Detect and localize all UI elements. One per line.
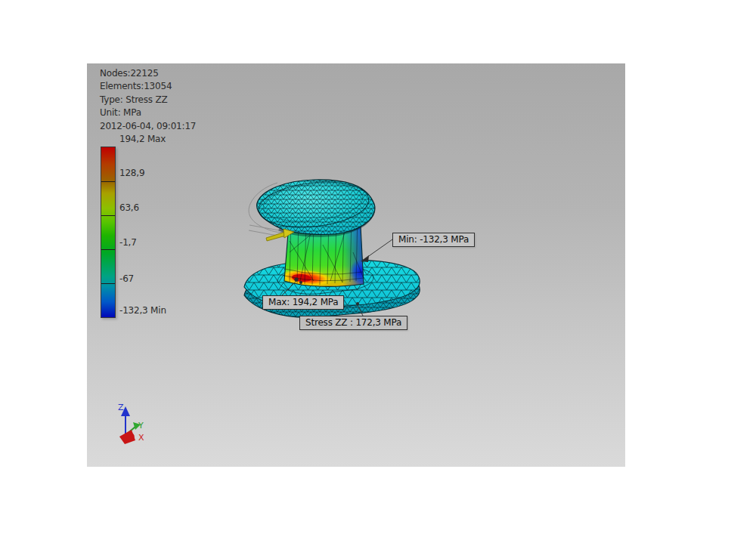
- model-cap: [256, 177, 375, 237]
- orientation-triad: Z Y X: [118, 403, 144, 444]
- probe-stress-callout[interactable]: Stress ZZ : 172,3 MPa: [299, 316, 407, 330]
- z-axis-label: Z: [118, 403, 124, 412]
- min-stress-callout[interactable]: Min: -132,3 MPa: [392, 233, 475, 247]
- y-axis-label: Y: [138, 421, 144, 431]
- stress-model-canvas[interactable]: Z Y X: [87, 63, 625, 467]
- x-axis-label: X: [138, 433, 144, 443]
- max-stress-callout[interactable]: Max: 194,2 MPa: [262, 295, 344, 310]
- fea-3d-viewport[interactable]: Nodes:22125 Elements:13054 Type: Stress …: [87, 63, 625, 467]
